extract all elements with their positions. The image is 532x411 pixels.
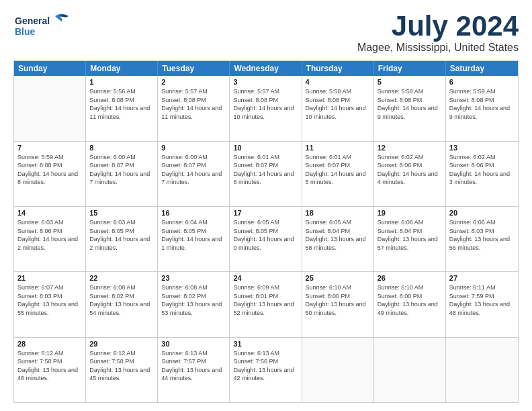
day-number: 18: [306, 209, 370, 217]
day-number: 21: [17, 274, 82, 282]
calendar-cell: 13Sunrise: 6:02 AMSunset: 8:06 PMDayligh…: [446, 142, 518, 206]
cell-info: Sunrise: 6:11 AMSunset: 7:59 PMDaylight:…: [449, 283, 515, 317]
cell-info: Sunrise: 6:09 AMSunset: 8:01 PMDaylight:…: [233, 283, 298, 317]
cell-info: Sunrise: 6:01 AMSunset: 8:07 PMDaylight:…: [306, 153, 370, 187]
day-number: 1: [89, 78, 154, 86]
calendar-cell: 12Sunrise: 6:02 AMSunset: 8:06 PMDayligh…: [374, 142, 446, 206]
cell-info: Sunrise: 5:58 AMSunset: 8:08 PMDaylight:…: [378, 87, 442, 121]
calendar-cell: 5Sunrise: 5:58 AMSunset: 8:08 PMDaylight…: [374, 76, 446, 140]
cell-info: Sunrise: 6:02 AMSunset: 8:06 PMDaylight:…: [449, 153, 515, 187]
cell-info: Sunrise: 6:06 AMSunset: 8:04 PMDaylight:…: [378, 218, 442, 252]
calendar-cell: 21Sunrise: 6:07 AMSunset: 8:03 PMDayligh…: [14, 272, 86, 336]
cell-info: Sunrise: 6:13 AMSunset: 7:56 PMDaylight:…: [233, 349, 298, 383]
day-number: 23: [161, 274, 226, 282]
day-number: 14: [17, 209, 82, 217]
month-title: July 2024: [357, 11, 519, 42]
cell-info: Sunrise: 6:03 AMSunset: 8:06 PMDaylight:…: [17, 218, 82, 252]
calendar-cell: 1Sunrise: 5:56 AMSunset: 8:08 PMDaylight…: [86, 76, 158, 140]
day-number: 10: [233, 144, 298, 152]
header: General Blue July 2024 Magee, Mississipp…: [13, 11, 519, 54]
calendar-cell: 10Sunrise: 6:01 AMSunset: 8:07 PMDayligh…: [230, 142, 302, 206]
cell-info: Sunrise: 6:01 AMSunset: 8:07 PMDaylight:…: [233, 153, 298, 187]
cell-info: Sunrise: 6:04 AMSunset: 8:05 PMDaylight:…: [161, 218, 226, 252]
cell-info: Sunrise: 6:05 AMSunset: 8:04 PMDaylight:…: [306, 218, 370, 252]
cell-info: Sunrise: 6:02 AMSunset: 8:06 PMDaylight:…: [378, 153, 442, 187]
calendar: SundayMondayTuesdayWednesdayThursdayFrid…: [13, 60, 519, 403]
day-number: 25: [306, 274, 370, 282]
calendar-cell: 29Sunrise: 6:12 AMSunset: 7:58 PMDayligh…: [86, 338, 158, 402]
day-number: 24: [233, 274, 298, 282]
cell-info: Sunrise: 6:10 AMSunset: 8:00 PMDaylight:…: [378, 283, 442, 317]
cell-info: Sunrise: 6:03 AMSunset: 8:05 PMDaylight:…: [89, 218, 154, 252]
day-number: 11: [306, 144, 370, 152]
cell-info: Sunrise: 6:10 AMSunset: 8:00 PMDaylight:…: [306, 283, 370, 317]
calendar-cell: [446, 338, 518, 402]
day-number: 16: [161, 209, 226, 217]
day-of-week-header: Sunday: [14, 61, 86, 76]
calendar-cell: 9Sunrise: 6:00 AMSunset: 8:07 PMDaylight…: [158, 142, 230, 206]
calendar-cell: 3Sunrise: 5:57 AMSunset: 8:08 PMDaylight…: [230, 76, 302, 140]
day-of-week-header: Wednesday: [230, 61, 302, 76]
calendar-cell: [374, 338, 446, 402]
day-number: 5: [378, 78, 442, 86]
calendar-cell: 16Sunrise: 6:04 AMSunset: 8:05 PMDayligh…: [158, 207, 230, 271]
cell-info: Sunrise: 5:59 AMSunset: 8:08 PMDaylight:…: [449, 87, 515, 121]
calendar-cell: 31Sunrise: 6:13 AMSunset: 7:56 PMDayligh…: [230, 338, 302, 402]
cell-info: Sunrise: 5:56 AMSunset: 8:08 PMDaylight:…: [89, 87, 154, 121]
cell-info: Sunrise: 5:57 AMSunset: 8:08 PMDaylight:…: [161, 87, 226, 121]
cell-info: Sunrise: 6:07 AMSunset: 8:03 PMDaylight:…: [17, 283, 82, 317]
cell-info: Sunrise: 5:58 AMSunset: 8:08 PMDaylight:…: [306, 87, 370, 121]
calendar-cell: 18Sunrise: 6:05 AMSunset: 8:04 PMDayligh…: [302, 207, 374, 271]
day-of-week-header: Saturday: [446, 61, 518, 76]
calendar-cell: [302, 338, 374, 402]
calendar-cell: 15Sunrise: 6:03 AMSunset: 8:05 PMDayligh…: [86, 207, 158, 271]
calendar-cell: 7Sunrise: 5:59 AMSunset: 8:08 PMDaylight…: [14, 142, 86, 206]
calendar-row: 1Sunrise: 5:56 AMSunset: 8:08 PMDaylight…: [14, 76, 518, 141]
calendar-cell: 6Sunrise: 5:59 AMSunset: 8:08 PMDaylight…: [446, 76, 518, 140]
title-area: July 2024 Magee, Mississippi, United Sta…: [357, 11, 519, 54]
calendar-row: 21Sunrise: 6:07 AMSunset: 8:03 PMDayligh…: [14, 272, 518, 337]
cell-info: Sunrise: 5:57 AMSunset: 8:08 PMDaylight:…: [233, 87, 298, 121]
day-number: 6: [449, 78, 515, 86]
day-number: 26: [378, 274, 442, 282]
cell-info: Sunrise: 6:08 AMSunset: 8:02 PMDaylight:…: [161, 283, 226, 317]
calendar-cell: 4Sunrise: 5:58 AMSunset: 8:08 PMDaylight…: [302, 76, 374, 140]
cell-info: Sunrise: 6:05 AMSunset: 8:05 PMDaylight:…: [233, 218, 298, 252]
day-number: 29: [89, 340, 154, 348]
day-number: 19: [378, 209, 442, 217]
logo-icon: General Blue: [13, 11, 74, 41]
calendar-cell: 22Sunrise: 6:08 AMSunset: 8:02 PMDayligh…: [86, 272, 158, 336]
calendar-row: 14Sunrise: 6:03 AMSunset: 8:06 PMDayligh…: [14, 207, 518, 272]
calendar-cell: 28Sunrise: 6:12 AMSunset: 7:58 PMDayligh…: [14, 338, 86, 402]
day-number: 22: [89, 274, 154, 282]
calendar-header: SundayMondayTuesdayWednesdayThursdayFrid…: [14, 61, 518, 76]
day-number: 27: [449, 274, 515, 282]
day-number: 8: [89, 144, 154, 152]
day-of-week-header: Thursday: [302, 61, 374, 76]
calendar-cell: 23Sunrise: 6:08 AMSunset: 8:02 PMDayligh…: [158, 272, 230, 336]
calendar-cell: 11Sunrise: 6:01 AMSunset: 8:07 PMDayligh…: [302, 142, 374, 206]
calendar-cell: 27Sunrise: 6:11 AMSunset: 7:59 PMDayligh…: [446, 272, 518, 336]
calendar-row: 7Sunrise: 5:59 AMSunset: 8:08 PMDaylight…: [14, 142, 518, 207]
cell-info: Sunrise: 6:13 AMSunset: 7:57 PMDaylight:…: [161, 349, 226, 383]
svg-text:Blue: Blue: [15, 26, 36, 37]
calendar-cell: 20Sunrise: 6:06 AMSunset: 8:03 PMDayligh…: [446, 207, 518, 271]
day-number: 20: [449, 209, 515, 217]
calendar-cell: 17Sunrise: 6:05 AMSunset: 8:05 PMDayligh…: [230, 207, 302, 271]
location: Magee, Mississippi, United States: [357, 42, 519, 54]
cell-info: Sunrise: 6:00 AMSunset: 8:07 PMDaylight:…: [89, 153, 154, 187]
calendar-row: 28Sunrise: 6:12 AMSunset: 7:58 PMDayligh…: [14, 338, 518, 402]
calendar-cell: 24Sunrise: 6:09 AMSunset: 8:01 PMDayligh…: [230, 272, 302, 336]
day-number: 31: [233, 340, 298, 348]
cell-info: Sunrise: 6:12 AMSunset: 7:58 PMDaylight:…: [89, 349, 154, 383]
day-of-week-header: Monday: [86, 61, 158, 76]
day-number: 28: [17, 340, 82, 348]
cell-info: Sunrise: 6:08 AMSunset: 8:02 PMDaylight:…: [89, 283, 154, 317]
logo: General Blue: [13, 11, 74, 41]
day-number: 17: [233, 209, 298, 217]
day-number: 3: [233, 78, 298, 86]
day-of-week-header: Friday: [374, 61, 446, 76]
calendar-cell: 2Sunrise: 5:57 AMSunset: 8:08 PMDaylight…: [158, 76, 230, 140]
calendar-cell: [14, 76, 86, 140]
day-number: 12: [378, 144, 442, 152]
